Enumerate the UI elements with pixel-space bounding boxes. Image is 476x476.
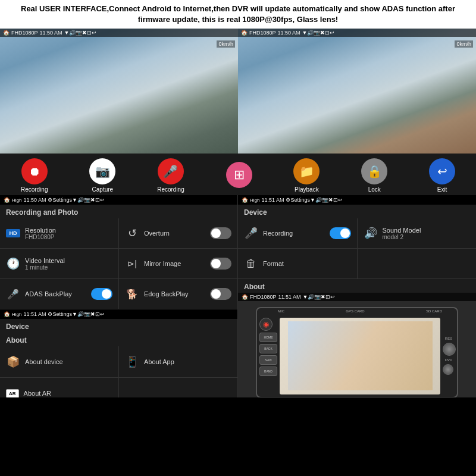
left-status-label-2: High <box>12 312 21 317</box>
btn-exit[interactable]: ↩ Exit <box>429 158 455 193</box>
camera-bg-left <box>0 29 238 154</box>
about-ar-cell[interactable]: AR About AR <box>0 378 119 397</box>
about-ar-label: About AR <box>24 390 51 397</box>
right-knob[interactable] <box>443 364 453 375</box>
video-interval-label: Video Interval <box>25 257 65 264</box>
right-panel: 🏠 High 11:51 AM ⚙Settings▼🔊📷✖⊡↩ Device 🎤… <box>238 195 476 397</box>
exit-label: Exit <box>437 186 447 193</box>
overturn-cell[interactable]: ↺ Overturn <box>119 218 237 248</box>
clock-icon: 🕐 <box>6 257 20 270</box>
device-title-left: Device <box>0 319 237 333</box>
about-empty-cell <box>119 378 237 397</box>
about-app-cell[interactable]: 📱 About App <box>119 346 237 377</box>
resolution-cell[interactable]: HD Resolution FHD1080P <box>0 218 119 248</box>
edog-cell[interactable]: 🐕 Edog BackPlay <box>119 279 237 309</box>
sound-model-value: model 2 <box>383 234 421 240</box>
btn-playback[interactable]: 📁 Playback <box>293 158 320 193</box>
btn-lock[interactable]: 🔒 Lock <box>361 158 387 193</box>
camera-left: 🏠 FHD1080P 11:50 AM ▼🔊📷✖⊡↩ 0km/h <box>0 29 238 154</box>
adas-toggle[interactable] <box>91 288 112 300</box>
recording-cell[interactable]: 🎤 Recording <box>238 218 358 248</box>
top-banner: Real USER INTERFACE,Connect Android to I… <box>0 0 476 29</box>
apps-icon: ⊞ <box>226 162 252 188</box>
right-status-settings: ⚙Settings▼🔊📷✖⊡↩ <box>286 197 342 203</box>
about-section-title: About <box>238 279 476 293</box>
adas-label: ADAS BackPlay <box>25 290 72 298</box>
main-area: 🏠 High 11:50 AM ⚙Settings▼🔊📷✖⊡↩ Recordin… <box>0 195 476 397</box>
left-home-icon-2: 🏠 <box>4 311 10 317</box>
setting-row-3: 🎤 ADAS BackPlay 🐕 Edog BackPlay <box>0 279 237 309</box>
camera-bg-right <box>238 29 476 154</box>
about-device-cell[interactable]: 📦 About device <box>0 346 119 377</box>
recording-device-label: Recording <box>263 230 293 237</box>
camera-row: 🏠 FHD1080P 11:50 AM ▼🔊📷✖⊡↩ 0km/h 🏠 FHD10… <box>0 29 476 154</box>
mirror-image-cell[interactable]: ⊳| Mirror Image <box>119 249 237 278</box>
device-status-bar: 🏠 FHD1080P 11:51 AM ▼🔊📷✖⊡↩ <box>238 293 476 301</box>
adas-icon: 🎤 <box>6 289 20 300</box>
navi-btn[interactable]: NAVI <box>259 355 277 365</box>
about-title-left: About <box>0 333 237 346</box>
camera-right: 🏠 FHD1080P 11:50 AM ▼🔊📷✖⊡↩ 0km/h <box>238 29 476 154</box>
band-btn[interactable]: BAND <box>259 367 277 376</box>
format-icon: 🗑 <box>244 258 258 270</box>
power-knob: ◉ <box>259 318 273 331</box>
home-btn[interactable]: HOME <box>259 333 277 342</box>
mirror-image-label: Mirror Image <box>144 260 181 267</box>
recording-mic-icon: 🎤 <box>244 227 258 240</box>
device-time: 11:51 AM <box>278 294 301 300</box>
mic-label: Recording <box>157 186 184 193</box>
right-status-label: High <box>250 198 259 203</box>
banner-text: Real USER INTERFACE,Connect Android to I… <box>21 4 455 24</box>
mic-label-device: MIC <box>278 309 284 313</box>
home-icon-left: 🏠 <box>3 30 10 36</box>
time-right: 11:50 AM <box>278 30 300 36</box>
device-top-labels: MIC GPS CARD SD CARD <box>278 309 442 313</box>
edog-toggle[interactable] <box>210 288 231 300</box>
mic-icon: 🎤 <box>158 158 184 184</box>
mirror-toggle[interactable] <box>210 258 231 270</box>
overturn-icon: ↺ <box>125 227 139 240</box>
home-icon-right: 🏠 <box>241 30 248 36</box>
video-interval-cell[interactable]: 🕐 Video Interval 1 minute <box>0 249 119 278</box>
about-device-label: About device <box>25 358 63 365</box>
adas-cell[interactable]: 🎤 ADAS BackPlay <box>0 279 119 309</box>
overturn-toggle[interactable] <box>210 227 231 239</box>
right-home-icon: 🏠 <box>242 197 248 203</box>
sd-label: SD CARD <box>426 309 442 313</box>
device-left-controls: ◉ HOME BACK NAVI BAND <box>259 318 277 394</box>
back-btn[interactable]: BACK <box>259 344 277 353</box>
device-right-controls: RES DVD <box>443 318 455 394</box>
ar-badge: AR <box>6 389 19 398</box>
recording-photo-title: Recording and Photo <box>0 205 237 218</box>
sound-model-cell[interactable]: 🔊 Sound Model model 2 <box>358 218 477 248</box>
right-row-2: 🗑 Format <box>238 249 476 279</box>
vol-knob[interactable] <box>443 343 456 356</box>
status-bar-right: 🏠 FHD1080P 11:50 AM ▼🔊📷✖⊡↩ <box>238 29 476 37</box>
device-resolution: FHD1080P <box>250 294 277 300</box>
btn-capture[interactable]: 📷 Capture <box>89 158 115 193</box>
about-app-label: About App <box>144 358 174 365</box>
about-row-1: 📦 About device 📱 About App <box>0 346 237 378</box>
device-screen-content <box>288 321 433 390</box>
btn-recording-mic[interactable]: 🎤 Recording <box>157 158 184 193</box>
speed-right: 0km/h <box>455 40 473 48</box>
btn-apps[interactable]: ⊞ <box>226 162 252 190</box>
left-panel-status-bar-2: 🏠 High 11:51 AM ⚙Settings▼🔊📷✖⊡↩ <box>0 309 237 319</box>
device-section-title: Device <box>238 205 476 218</box>
format-empty-cell <box>358 249 477 278</box>
recording-toggle[interactable] <box>330 227 351 239</box>
format-cell[interactable]: 🗑 Format <box>238 249 358 278</box>
icons-row: ⏺ Recording 📷 Capture 🎤 Recording ⊞ 📁 Pl… <box>0 154 476 195</box>
status-bar-left: 🏠 FHD1080P 11:50 AM ▼🔊📷✖⊡↩ <box>0 29 238 37</box>
sound-model-label: Sound Model <box>383 227 421 234</box>
setting-row-2: 🕐 Video Interval 1 minute ⊳| Mirror Imag… <box>0 249 237 279</box>
setting-row-1: HD Resolution FHD1080P ↺ Overturn <box>0 218 237 249</box>
device-home-icon: 🏠 <box>242 294 248 300</box>
resolution-label: Resolution <box>25 227 56 234</box>
time-left: 11:50 AM <box>40 30 62 36</box>
hd-icon: HD <box>6 229 20 237</box>
btn-recording-bottom[interactable]: ⏺ Recording <box>21 158 48 193</box>
exit-icon: ↩ <box>429 158 455 184</box>
device-image-area: 🏠 FHD1080P 11:51 AM ▼🔊📷✖⊡↩ MIC GPS CARD … <box>238 293 476 397</box>
about-row-2: AR About AR <box>0 378 237 397</box>
